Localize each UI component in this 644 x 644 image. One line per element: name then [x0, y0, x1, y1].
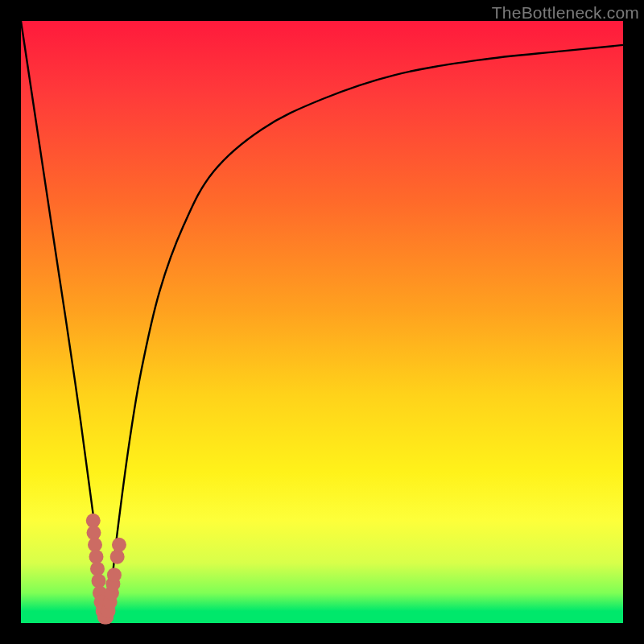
watermark-text: TheBottleneck.com: [492, 3, 639, 23]
outer-frame: TheBottleneck.com: [0, 0, 644, 644]
marker-cluster: [86, 514, 126, 625]
plot-area: [21, 21, 623, 623]
chart-svg: [21, 21, 623, 623]
right-branch-curve: [105, 45, 623, 623]
marker-dot: [112, 538, 126, 552]
marker-dot: [107, 568, 122, 582]
